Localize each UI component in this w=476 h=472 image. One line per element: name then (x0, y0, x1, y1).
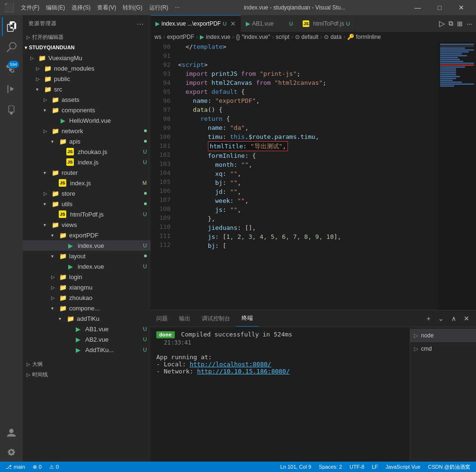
code-line-112: bj: [ (178, 241, 434, 250)
open-editors-section[interactable]: ▷ 打开的编辑器 (23, 32, 151, 42)
add-terminal-icon[interactable]: + (424, 314, 433, 323)
tree-item-store[interactable]: ▷ 📁 store (23, 188, 151, 199)
split-editor-icon[interactable]: ⧉ (449, 19, 453, 27)
tree-item-layout[interactable]: ▾ 📁 layout (23, 251, 151, 261)
status-ln-col[interactable]: Ln 101, Col 9 (278, 464, 313, 470)
tree-item-router-index-js[interactable]: JS index.js M (23, 178, 151, 188)
vue-icon: ▶ (59, 117, 67, 124)
tree-item-htmltopdf[interactable]: JS htmlToPdf.js U (23, 209, 151, 219)
tree-item-assets[interactable]: ▷ 📁 assets (23, 94, 151, 105)
tree-item-router[interactable]: ▾ 📁 router (23, 167, 151, 178)
item-label: views (62, 221, 151, 228)
run-debug-icon[interactable] (2, 80, 21, 99)
status-branch[interactable]: ⎇ main (4, 464, 27, 470)
menu-select[interactable]: 选择(S) (69, 3, 93, 13)
tree-item-network[interactable]: ▷ 📁 network (23, 126, 151, 136)
extensions-icon[interactable] (2, 100, 21, 119)
tree-item-exportpdf[interactable]: ▾ 📁 exportPDF (23, 230, 151, 240)
layout-icon[interactable]: ⊞ (457, 20, 463, 27)
tree-item-ab2[interactable]: ▶ AB2.vue U (23, 334, 151, 345)
breadcrumb-exportpdf: exportPDF (167, 34, 194, 40)
tree-item-xiangmu[interactable]: ▷ 📁 xiangmu (23, 282, 151, 292)
panel-tab-terminal[interactable]: 终端 (236, 310, 259, 327)
tree-item-utils[interactable]: ▾ 📁 utils (23, 199, 151, 209)
run-icon[interactable]: ▷ (439, 19, 445, 28)
menu-run[interactable]: 运行(R) (146, 3, 171, 13)
panel-tab-output[interactable]: 输出 (173, 310, 196, 327)
mini-line (440, 53, 462, 54)
tree-item-public[interactable]: ▷ 📁 public (23, 73, 151, 84)
outline-section[interactable]: ▷ 大纲 (23, 359, 151, 369)
split-terminal-icon[interactable]: ⌄ (435, 314, 447, 323)
tree-item-zhoukao-js[interactable]: JS zhoukao.js U (23, 146, 151, 157)
item-label: zhoukao (69, 294, 151, 301)
mini-line (440, 82, 462, 83)
terminal-network-link[interactable]: http://10.10.15.186:8080/ (197, 368, 290, 375)
tree-item-zhoukao[interactable]: ▷ 📁 zhoukao (23, 292, 151, 303)
code-line-99: name: "da", (178, 123, 434, 132)
status-encoding[interactable]: UTF-8 (348, 464, 366, 470)
svg-rect-0 (8, 85, 9, 93)
status-warnings[interactable]: ⚠ 0 (47, 464, 61, 470)
panel-tab-debug[interactable]: 调试控制台 (196, 310, 236, 327)
close-button[interactable]: ✕ (450, 0, 472, 15)
settings-icon[interactable] (2, 443, 21, 462)
timeline-section[interactable]: ▷ 时间线 (23, 369, 151, 380)
more-icon[interactable]: ··· (467, 20, 472, 27)
close-panel-icon[interactable]: ✕ (461, 314, 472, 323)
tree-item-vuexiangmu[interactable]: ▷ 📁 VuexiangMu (23, 53, 151, 63)
explorer-icon[interactable] (2, 17, 21, 36)
tree-item-addtiku-vue[interactable]: ▶ AddTiKu... U (23, 345, 151, 355)
new-file-icon[interactable]: ··· (136, 19, 145, 28)
git-badge: M (143, 180, 147, 186)
tree-item-src[interactable]: ▾ 📁 src (23, 84, 151, 94)
tree-item-ab1[interactable]: ▶ AB1.vue U (23, 324, 151, 334)
tab-index-vue[interactable]: ▶ index.vue ...\exportPDF U ✕ (151, 15, 241, 32)
tree-item-index-vue[interactable]: ▶ index.vue U (23, 240, 151, 251)
menu-view[interactable]: 查看(V) (94, 3, 119, 13)
code-content[interactable]: </template> <script> import printJS from… (174, 42, 438, 310)
tab-htmltopdf-js[interactable]: JS htmlToPdf.js U (298, 15, 355, 32)
tree-item-components[interactable]: ▾ 📁 components (23, 105, 151, 115)
tree-item-addtiku[interactable]: ▾ 📁 addTiKu (23, 313, 151, 324)
folder-icon: 📁 (59, 284, 67, 291)
status-line-endings[interactable]: LF (370, 464, 380, 470)
encoding-text: UTF-8 (350, 464, 364, 470)
tree-item-apis-index-js[interactable]: JS index.js U (23, 157, 151, 167)
source-control-icon[interactable]: 594 (2, 59, 21, 78)
maximize-panel-icon[interactable]: ∧ (449, 314, 459, 323)
account-icon[interactable] (2, 424, 21, 443)
terminal-item-cmd[interactable]: ▷ cmd (410, 342, 476, 355)
breadcrumb: ws › exportPDF › ▶ index.vue › {} "index… (151, 32, 476, 42)
search-icon[interactable] (2, 38, 21, 57)
maximize-button[interactable]: □ (429, 0, 450, 15)
terminal-area[interactable]: done Compiled successfully in 524ms 21:3… (151, 327, 410, 462)
tab-ab1-vue[interactable]: ▶ AB1.vue U (241, 15, 298, 32)
terminal-item-node[interactable]: ▷ node (410, 329, 476, 342)
menu-more[interactable]: ··· (172, 3, 182, 13)
tree-item-node-modules[interactable]: ▷ 📁 node_modules (23, 63, 151, 73)
folder-arrow: ▷ (36, 76, 44, 82)
tree-item-compone[interactable]: ▾ 📁 compone... (23, 303, 151, 313)
tree-item-views[interactable]: ▾ 📁 views (23, 219, 151, 230)
mini-line (440, 76, 460, 77)
mini-line (440, 68, 456, 70)
folder-icon: 📁 (59, 294, 67, 301)
item-label: layout (69, 253, 144, 260)
panel-tab-problems[interactable]: 问题 (151, 310, 173, 327)
status-language[interactable]: JavaScript Vue (384, 464, 422, 470)
tree-item-login[interactable]: ▷ 📁 login (23, 272, 151, 282)
tree-item-apis[interactable]: ▾ 📁 apis (23, 136, 151, 146)
tree-item-layout-index-vue[interactable]: ▶ index.vue U (23, 261, 151, 272)
project-section-header[interactable]: ▾ STUDYQIANDUAN (23, 42, 151, 53)
minimize-button[interactable]: — (407, 0, 429, 15)
tree-item-helloworld[interactable]: ▶ HelloWorld.vue (23, 115, 151, 126)
terminal-local-link[interactable]: http://localhost:8080/ (189, 361, 271, 368)
tab-close-icon[interactable]: ✕ (230, 20, 236, 27)
item-label: router (62, 169, 151, 176)
status-spaces[interactable]: Spaces: 2 (317, 464, 344, 470)
menu-file[interactable]: 文件(F) (18, 3, 42, 13)
menu-goto[interactable]: 转到(G) (120, 3, 145, 13)
status-errors[interactable]: ⊗ 0 (31, 464, 44, 470)
menu-edit[interactable]: 编辑(E) (43, 3, 68, 13)
